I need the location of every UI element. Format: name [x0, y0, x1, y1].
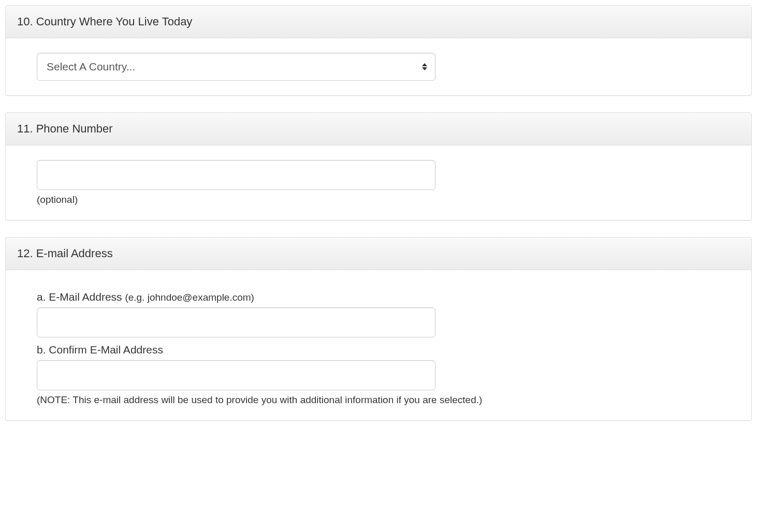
country-select[interactable]: Select A Country... [37, 53, 435, 81]
phone-input[interactable] [37, 160, 435, 190]
question-12-panel: 12. E-mail Address a. E-Mail Address (e.… [5, 237, 752, 421]
email-note: (NOTE: This e-mail address will be used … [37, 394, 720, 406]
question-11-body: (optional) [6, 145, 751, 220]
confirm-email-input[interactable] [37, 360, 435, 390]
email-a-hint: (e.g. johndoe@example.com) [125, 292, 254, 303]
question-11-panel: 11. Phone Number (optional) [5, 112, 752, 220]
email-a-label: a. E-Mail Address (e.g. johndoe@example.… [37, 291, 720, 303]
email-a-label-text: a. E-Mail Address [37, 291, 125, 303]
phone-optional-label: (optional) [37, 194, 720, 205]
question-10-panel: 10. Country Where You Live Today Select … [5, 5, 752, 96]
question-12-title: 12. E-mail Address [6, 238, 751, 270]
email-b-label: b. Confirm E-Mail Address [37, 344, 720, 356]
question-10-body: Select A Country... [6, 38, 751, 95]
email-group-a: a. E-Mail Address (e.g. johndoe@example.… [37, 291, 720, 337]
email-group-b: b. Confirm E-Mail Address [37, 344, 720, 390]
question-10-title: 10. Country Where You Live Today [6, 6, 751, 38]
email-input[interactable] [37, 307, 435, 337]
country-select-wrap: Select A Country... [37, 53, 435, 81]
question-12-body: a. E-Mail Address (e.g. johndoe@example.… [6, 270, 751, 420]
question-11-title: 11. Phone Number [6, 113, 751, 145]
